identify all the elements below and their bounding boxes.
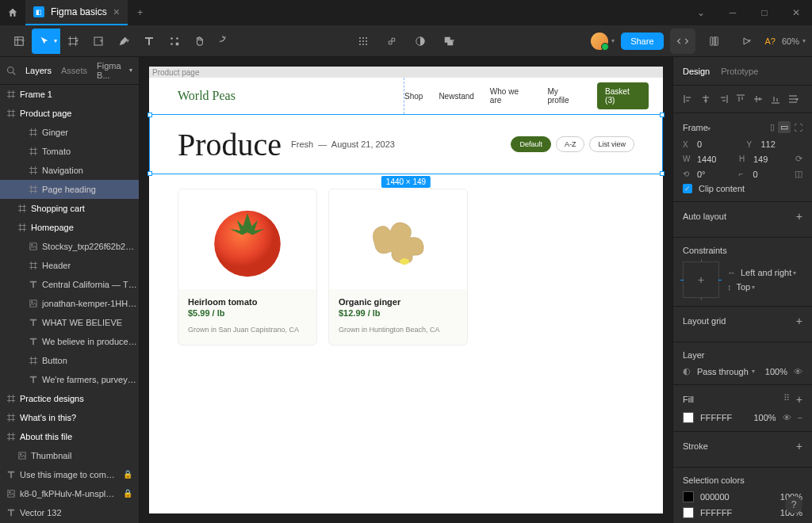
remove-icon[interactable]: − bbox=[798, 413, 802, 422]
layer-row[interactable]: Product page bbox=[0, 104, 139, 123]
layer-opacity[interactable]: 100% bbox=[765, 367, 787, 376]
color-swatch[interactable] bbox=[683, 507, 694, 518]
align-right-icon[interactable] bbox=[716, 92, 730, 106]
y-input[interactable]: 112 bbox=[761, 139, 776, 149]
v-constraint[interactable]: Top bbox=[737, 282, 751, 292]
maximize-button[interactable]: □ bbox=[749, 0, 780, 25]
frame-label[interactable]: Product page bbox=[152, 68, 200, 77]
avatar[interactable] bbox=[591, 32, 608, 50]
color-swatch[interactable] bbox=[683, 491, 694, 502]
layers-tab[interactable]: Layers bbox=[25, 66, 52, 75]
link-dimensions-icon[interactable]: ⟳ bbox=[795, 154, 802, 164]
search-icon[interactable] bbox=[6, 66, 16, 75]
color-hex[interactable]: 000000 bbox=[700, 492, 730, 502]
layer-row[interactable]: Tomato bbox=[0, 142, 139, 161]
lock-icon[interactable]: 🔒 bbox=[123, 470, 132, 479]
resize-fit-icon[interactable]: ⛶ bbox=[794, 123, 802, 132]
present-button[interactable]: ▾ bbox=[733, 29, 759, 54]
nav-link[interactable]: Newstand bbox=[439, 92, 473, 101]
canvas[interactable]: Product page World Peas Shop Newstand Wh… bbox=[140, 57, 672, 523]
main-menu-button[interactable]: ▾ bbox=[6, 29, 32, 54]
align-v-center-icon[interactable] bbox=[751, 92, 765, 106]
missing-fonts[interactable]: A? bbox=[765, 36, 776, 46]
dev-mode-toggle[interactable] bbox=[670, 29, 695, 54]
add-auto-layout[interactable]: + bbox=[796, 210, 802, 223]
add-stroke[interactable]: + bbox=[796, 440, 802, 452]
frame-section-title[interactable]: Frame ▾ bbox=[683, 123, 710, 132]
library-icon[interactable] bbox=[702, 29, 727, 54]
visibility-icon[interactable]: 👁 bbox=[794, 367, 802, 376]
component-icon[interactable] bbox=[379, 29, 404, 54]
radius-input[interactable]: 0 bbox=[753, 170, 758, 179]
fill-hex[interactable]: FFFFFF bbox=[700, 413, 732, 422]
layer-row[interactable]: Page heading bbox=[0, 180, 139, 199]
rotation-input[interactable]: 0° bbox=[697, 170, 706, 179]
layer-row[interactable]: Button bbox=[0, 351, 139, 370]
hand-tool[interactable] bbox=[187, 29, 213, 54]
shape-tool[interactable]: ▾ bbox=[86, 29, 111, 54]
layer-row[interactable]: We're farmers, purveyors, and... bbox=[0, 370, 139, 389]
home-icon[interactable] bbox=[0, 0, 25, 25]
layer-row[interactable]: Ginger bbox=[0, 123, 139, 142]
align-h-center-icon[interactable] bbox=[699, 92, 713, 106]
fill-opacity[interactable]: 100% bbox=[753, 413, 776, 422]
layer-row[interactable]: Header bbox=[0, 256, 139, 275]
styles-icon[interactable]: ⠿ bbox=[783, 393, 790, 406]
frame-tool[interactable]: ▾ bbox=[60, 29, 86, 54]
comment-tool[interactable] bbox=[213, 29, 238, 54]
add-layout-grid[interactable]: + bbox=[796, 315, 802, 327]
layer-row[interactable]: About this file bbox=[0, 427, 139, 446]
layer-row[interactable]: Stocksy_txp226f62b2aNe300... bbox=[0, 237, 139, 256]
product-card[interactable]: Heirloom tomato $5.99 / lb Grown in San … bbox=[178, 189, 317, 345]
layer-row[interactable]: Use this image to comple...🔒 bbox=[0, 465, 139, 484]
clip-content-checkbox[interactable]: ✓ bbox=[683, 184, 692, 193]
chevron-down-icon[interactable]: ▾ bbox=[611, 37, 615, 44]
minimize-button[interactable]: ─ bbox=[717, 0, 749, 25]
layer-row[interactable]: WHAT WE BELIEVE bbox=[0, 313, 139, 332]
layer-row[interactable]: We believe in produce. Tasty ... bbox=[0, 332, 139, 351]
mask-icon[interactable] bbox=[408, 29, 433, 54]
layer-row[interactable]: Practice designs bbox=[0, 389, 139, 408]
add-tab-button[interactable]: + bbox=[128, 7, 153, 18]
add-fill[interactable]: + bbox=[796, 393, 802, 406]
grid-icon[interactable] bbox=[350, 29, 376, 54]
constraints-widget[interactable]: + bbox=[683, 262, 719, 298]
independent-corners-icon[interactable]: ◫ bbox=[795, 169, 802, 179]
h-constraint[interactable]: Left and right bbox=[741, 268, 791, 277]
blend-mode[interactable]: Pass through bbox=[697, 367, 749, 376]
x-input[interactable]: 0 bbox=[697, 139, 702, 149]
assets-tab[interactable]: Assets bbox=[61, 66, 87, 75]
layer-row[interactable]: jonathan-kemper-1HHrdIoLFp... bbox=[0, 294, 139, 313]
layer-row[interactable]: Thumbnail bbox=[0, 446, 139, 465]
basket-button[interactable]: Basket (3) bbox=[597, 82, 649, 109]
layer-row[interactable]: Shopping cart bbox=[0, 199, 139, 218]
text-tool[interactable] bbox=[136, 29, 162, 54]
chevron-down-icon[interactable]: ⌄ bbox=[685, 0, 717, 25]
boolean-icon[interactable]: ▾ bbox=[436, 29, 462, 54]
layer-row[interactable]: Frame 1 bbox=[0, 85, 139, 104]
chevron-down-icon[interactable]: ▾ bbox=[802, 37, 806, 44]
nav-link[interactable]: Shop bbox=[404, 92, 423, 101]
fill-swatch[interactable] bbox=[683, 412, 694, 423]
align-left-icon[interactable] bbox=[681, 92, 695, 106]
layer-row[interactable]: Vector 132 bbox=[0, 503, 139, 522]
layer-row[interactable]: k8-0_fkPHulv-M-unsplash 1🔒 bbox=[0, 484, 139, 503]
close-icon[interactable]: × bbox=[113, 6, 120, 18]
layer-row[interactable]: What's in this? bbox=[0, 408, 139, 427]
product-card[interactable]: Organic ginger $12.99 / lb Grown in Hunt… bbox=[328, 189, 468, 345]
nav-link[interactable]: My profile bbox=[547, 87, 581, 105]
share-button[interactable]: Share bbox=[621, 32, 663, 50]
layer-row[interactable]: Navigation bbox=[0, 161, 139, 180]
h-input[interactable]: 149 bbox=[753, 155, 768, 164]
color-hex[interactable]: FFFFFF bbox=[700, 508, 732, 517]
layer-row[interactable]: Homepage bbox=[0, 218, 139, 237]
visibility-icon[interactable]: 👁 bbox=[783, 413, 791, 422]
portrait-icon[interactable]: ▯ bbox=[770, 122, 775, 132]
align-top-icon[interactable] bbox=[733, 92, 748, 106]
lock-icon[interactable]: 🔒 bbox=[123, 489, 132, 498]
resources-button[interactable] bbox=[162, 29, 187, 54]
move-tool-menu[interactable]: ▾ bbox=[54, 29, 60, 54]
file-tab[interactable]: ◧ Figma basics × bbox=[25, 0, 128, 25]
page-selector[interactable]: Figma B... ▾ bbox=[97, 61, 132, 80]
nav-link[interactable]: Who we are bbox=[490, 87, 532, 105]
